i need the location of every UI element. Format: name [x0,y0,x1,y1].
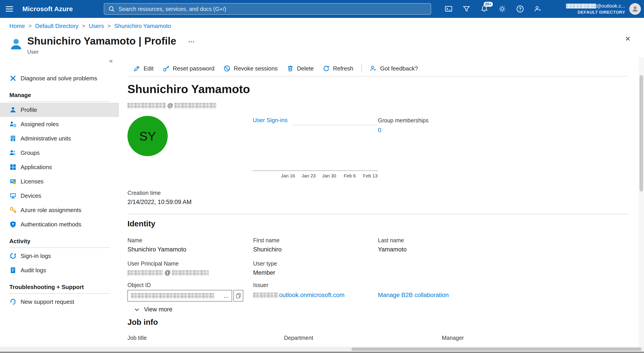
sidebar-item-profile[interactable]: Profile [0,103,119,117]
grid-icon [10,164,16,171]
close-blade-button[interactable]: ✕ [625,35,630,43]
user-type-value: Member [253,269,275,276]
hamburger-menu-button[interactable] [0,0,19,18]
sidebar-item-audit-logs[interactable]: Audit logs [0,263,119,277]
x-tick: Feb 13 [363,173,378,179]
object-id-field[interactable]: ... [128,290,232,301]
redacted-account-name [566,4,596,9]
sidebar-item-applications[interactable]: Applications [0,160,119,174]
horizontal-scroll-thumb[interactable] [352,348,641,351]
sidebar-section-manage: Manage [10,86,110,102]
sidebar-item-diagnose[interactable]: Diagnose and solve problems [0,71,119,86]
group-memberships-count-link[interactable]: 0 [378,127,381,134]
block-icon [224,65,230,72]
sidebar-item-label: Profile [20,107,37,113]
sidebar-item-assigned-roles[interactable]: Assigned roles [0,117,119,131]
sidebar-item-devices[interactable]: Devices [0,189,119,203]
object-id-ellipsis: ... [224,293,228,298]
feedback-icon [534,5,542,13]
breadcrumb-home[interactable]: Home [10,23,25,30]
sidebar-item-licenses[interactable]: Licenses [0,174,119,189]
cloud-shell-icon [444,5,452,13]
chart-x-axis [253,170,378,171]
avatar-initials: SY [139,129,156,143]
job-info-section-title: Job info [128,318,158,326]
page-header: Shunichiro Yamamoto | Profile ... User ✕ [10,35,634,58]
sidebar-section-activity: Activity [10,231,110,248]
help-button[interactable]: ? [511,0,529,18]
more-options-button[interactable]: ... [188,37,195,44]
toolbar-separator [361,65,362,73]
profile-email: @ [128,102,216,109]
sidebar-item-administrative-units[interactable]: Administrative units [0,131,119,146]
manage-b2b-link[interactable]: Manage B2B collaboration [378,292,449,299]
sidebar-item-new-support-request[interactable]: New support request [0,295,119,309]
account-info[interactable]: @outlook.c... DEFAULT DIRECTORY [566,0,625,18]
trash-icon [287,65,294,72]
global-search[interactable] [104,3,431,15]
directory-filter-button[interactable] [458,0,476,18]
headset-icon [10,298,16,305]
cloud-shell-button[interactable] [440,0,458,18]
filter-icon [462,5,470,13]
horizontal-scrollbar[interactable] [0,347,644,352]
help-icon: ? [516,5,524,13]
manager-label: Manager [442,335,464,341]
breadcrumb-separator: > [82,23,85,29]
breadcrumb-directory[interactable]: Default Directory [35,23,78,30]
account-avatar[interactable] [629,3,641,15]
signin-logs-icon [10,252,16,259]
sidebar: « Diagnose and solve problems Manage Pro… [0,57,119,347]
user-signins-link[interactable]: User Sign-ins [253,117,288,124]
job-title-label: Job title [128,335,147,341]
key-icon [10,206,16,214]
monitor-icon [10,192,16,199]
breadcrumb-current-user[interactable]: Shunichiro Yamamoto [114,23,171,30]
collapse-sidebar-button[interactable]: « [109,57,113,65]
sidebar-item-groups[interactable]: Groups [0,146,119,160]
view-more-button[interactable]: View more [134,306,172,313]
refresh-button[interactable]: Refresh [318,63,358,74]
last-name-label: Last name [378,237,404,244]
top-bar: Microsoft Azure 20+ ? [0,0,644,18]
notifications-button[interactable]: 20+ [476,0,493,18]
diagnose-icon [10,75,16,82]
search-input[interactable] [118,6,427,12]
feedback-icon [370,65,377,72]
profile-blade: Edit Reset password Revoke sessions Dele… [128,57,628,347]
reset-password-button[interactable]: Reset password [158,63,219,74]
edit-icon [133,65,140,72]
profile-avatar: SY [128,116,168,156]
notification-badge: 20+ [484,2,493,7]
sidebar-item-azure-role-assignments[interactable]: Azure role assignments [0,203,119,217]
sidebar-item-authentication-methods[interactable]: Authentication methods [0,217,119,231]
vertical-scrollbar[interactable] [639,57,644,347]
redacted-email-local [128,103,166,109]
vertical-scroll-thumb[interactable] [640,75,643,191]
assigned-roles-icon [10,121,16,128]
delete-button[interactable]: Delete [282,63,318,74]
edit-button[interactable]: Edit [129,63,158,74]
settings-button[interactable] [493,0,511,18]
upn-value: @ [128,269,209,276]
group-memberships: Group memberships 0 [378,117,428,134]
got-feedback-button[interactable]: Got feedback? [366,63,422,74]
copy-icon [236,293,241,299]
issuer-link[interactable]: outlook.onmicrosoft.com [279,292,344,299]
copy-object-id-button[interactable] [234,290,243,301]
sidebar-item-signin-logs[interactable]: Sign-in logs [0,249,119,263]
creation-time-value: 2/14/2022, 10:59:09 AM [128,199,192,206]
feedback-button[interactable] [529,0,547,18]
redacted-issuer-prefix [253,293,278,298]
sidebar-section-troubleshooting: Troubleshooting + Support [10,277,110,294]
account-directory: DEFAULT DIRECTORY [578,10,625,15]
sidebar-item-label: Diagnose and solve problems [20,75,97,82]
brand-title[interactable]: Microsoft Azure [22,5,73,13]
sidebar-item-label: Audit logs [20,267,46,274]
revoke-sessions-button[interactable]: Revoke sessions [219,63,282,74]
object-id-label: Object ID [128,282,151,288]
chevron-down-icon [134,306,140,313]
person-icon [10,106,16,113]
breadcrumb-users[interactable]: Users [89,23,104,30]
building-icon [10,135,16,142]
